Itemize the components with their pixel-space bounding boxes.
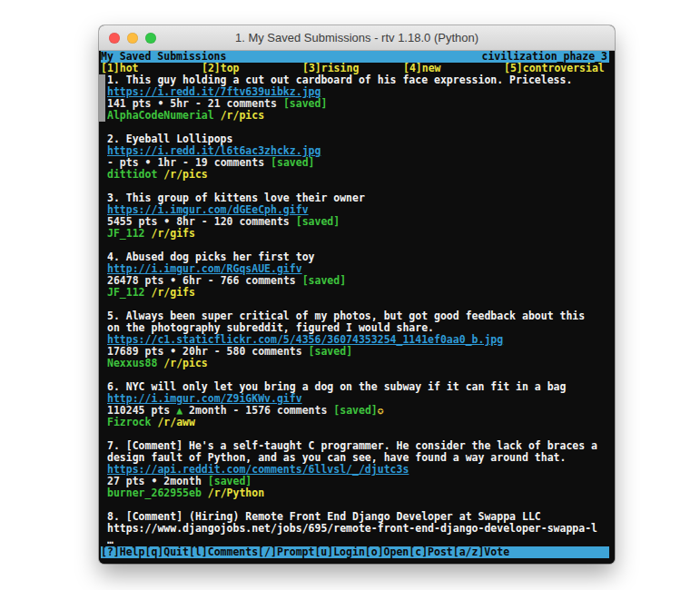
submission-item[interactable]: 3. This group of kittens love their owne… bbox=[101, 192, 615, 240]
byline: dittidot /r/pics bbox=[107, 169, 615, 181]
submission-item[interactable]: 6. NYC will only let you bring a dog on … bbox=[101, 381, 615, 428]
footer-shortcut[interactable]: [/]Prompt bbox=[258, 546, 314, 558]
saved-badge: [saved] bbox=[333, 405, 377, 417]
author-name: JF_112 bbox=[107, 228, 145, 240]
score-text: 110245 pts bbox=[107, 405, 176, 417]
submission-stats: 110245 pts ▲ 2month - 1576 comments [sav… bbox=[107, 405, 615, 417]
score-text: - pts bbox=[107, 157, 145, 169]
byline: AlphaCodeNumerial /r/pics bbox=[107, 110, 615, 122]
saved-badge: [saved] bbox=[302, 275, 346, 287]
subreddit-name: /r/pics bbox=[163, 358, 207, 369]
submission-stats: - pts • 1hr - 19 comments [saved] bbox=[107, 157, 615, 169]
saved-badge: [saved] bbox=[208, 476, 251, 487]
score-text: 17689 pts bbox=[107, 346, 170, 358]
footer-shortcut[interactable]: [a/z]Vote bbox=[453, 546, 509, 558]
age-comments-text: 20hr - 580 comments bbox=[176, 346, 308, 358]
submission-url[interactable]: https://i.redd.it/7ftv639uibkz.jpg bbox=[107, 86, 320, 98]
url-line: https://c1.staticflickr.com/5/4356/36074… bbox=[107, 334, 615, 346]
shortcut-footer-bar: [?]Help [q]Quit [l]Comments [/]Prompt [u… bbox=[101, 546, 609, 558]
byline: burner_262955eb /r/Python bbox=[107, 487, 615, 499]
subreddit-name: /r/Python bbox=[208, 487, 264, 499]
submission-item[interactable]: 4. Abused dog picks her first toyhttp://… bbox=[101, 251, 615, 299]
submission-item[interactable]: 8. [Comment] (Hiring) Remote Front End D… bbox=[101, 511, 615, 546]
saved-badge: [saved] bbox=[309, 346, 352, 358]
author-name: Fizrock bbox=[107, 417, 151, 428]
submission-title: 8. [Comment] (Hiring) Remote Front End D… bbox=[107, 511, 615, 523]
byline: JF_112 /r/gifs bbox=[107, 228, 615, 240]
footer-shortcut[interactable]: [?]Help bbox=[101, 546, 144, 558]
url-line: http://i.imgur.com/RGqsAUE.gifv bbox=[107, 263, 615, 275]
saved-badge: [saved] bbox=[271, 157, 314, 169]
byline: Nexxus88 /r/pics bbox=[107, 358, 615, 369]
submission-title: on the photography subreddit, figured I … bbox=[107, 322, 615, 334]
age-comments-text: 2month bbox=[157, 476, 207, 487]
window-title: 1. My Saved Submissions - rtv 1.18.0 (Py… bbox=[235, 31, 478, 44]
footer-shortcut[interactable]: [o]Open bbox=[365, 546, 409, 558]
minimize-button[interactable] bbox=[127, 33, 138, 44]
terminal-screen: My Saved Submissions civilization_phaze_… bbox=[99, 51, 615, 564]
tab-hot[interactable]: [1]hot bbox=[101, 63, 202, 74]
score-text: 26478 pts bbox=[107, 275, 170, 287]
saved-badge: [saved] bbox=[296, 216, 340, 228]
footer-shortcut[interactable]: [q]Quit bbox=[144, 546, 188, 558]
submission-title: 7. [Comment] He's a self-taught C progra… bbox=[107, 440, 615, 452]
submission-title: 1. This guy holding a cut out cardboard … bbox=[107, 74, 615, 86]
author-name: JF_112 bbox=[107, 287, 145, 299]
author-name: Nexxus88 bbox=[107, 358, 157, 369]
submission-url[interactable]: https://i.imgur.com/dGEeCph.gifv bbox=[107, 204, 309, 216]
submission-list: 1. This guy holding a cut out cardboard … bbox=[101, 74, 615, 546]
url-line: http://i.imgur.com/Z9iGKWv.gifv bbox=[107, 393, 615, 405]
age-comments-text: 2month - 1576 comments bbox=[182, 405, 333, 417]
byline: Fizrock /r/aww bbox=[107, 417, 615, 428]
tab-new[interactable]: [4]new bbox=[403, 63, 504, 74]
submission-title: design fault of Python, and as you can s… bbox=[107, 452, 615, 464]
app-window: 1. My Saved Submissions - rtv 1.18.0 (Py… bbox=[99, 25, 615, 564]
submission-item[interactable]: 7. [Comment] He's a self-taught C progra… bbox=[101, 440, 615, 499]
url-line: https://i.imgur.com/dGEeCph.gifv bbox=[107, 204, 615, 216]
age-comments-text: 8hr - 120 comments bbox=[170, 216, 295, 228]
saved-badge: [saved] bbox=[283, 98, 327, 110]
submission-url[interactable]: https://api.reddit.com/comments/6llvsl/_… bbox=[107, 464, 409, 476]
sort-tabs: [1]hot [2]top [3]rising [4]new [5]contro… bbox=[101, 63, 615, 74]
footer-shortcut[interactable]: [c]Post bbox=[409, 546, 452, 558]
tab-rising[interactable]: [3]rising bbox=[302, 63, 403, 74]
window-titlebar[interactable]: 1. My Saved Submissions - rtv 1.18.0 (Py… bbox=[99, 25, 615, 51]
score-text: 27 pts bbox=[107, 476, 151, 487]
submission-item[interactable]: 5. Always been super critical of my phot… bbox=[101, 310, 615, 369]
subreddit-name: /r/gifs bbox=[151, 287, 194, 299]
footer-shortcut[interactable]: [l]Comments bbox=[189, 546, 258, 558]
submission-stats: 141 pts • 5hr - 21 comments [saved] bbox=[107, 98, 615, 110]
gilded-icon: ✪ bbox=[378, 405, 384, 417]
submission-stats: 17689 pts • 20hr - 580 comments [saved] bbox=[107, 346, 615, 358]
submission-url[interactable]: https://i.redd.it/l6t6ac3zhckz.jpg bbox=[107, 145, 320, 157]
subreddit-name: /r/pics bbox=[163, 169, 207, 181]
tab-controversial[interactable]: [5]controversial bbox=[504, 63, 615, 74]
author-name: burner_262955eb bbox=[107, 487, 202, 499]
submission-item[interactable]: 2. Eyeball Lollipopshttps://i.redd.it/l6… bbox=[101, 133, 615, 181]
subreddit-name: /r/aww bbox=[157, 417, 195, 428]
subreddit-name: /r/gifs bbox=[151, 228, 194, 240]
submission-item[interactable]: 1. This guy holding a cut out cardboard … bbox=[101, 74, 615, 122]
close-button[interactable] bbox=[109, 33, 120, 44]
submission-stats: 26478 pts • 6hr - 766 comments [saved] bbox=[107, 275, 615, 287]
age-comments-text: 1hr - 19 comments bbox=[151, 157, 271, 169]
zoom-button[interactable] bbox=[145, 33, 156, 44]
submission-url[interactable]: http://i.imgur.com/RGqsAUE.gifv bbox=[107, 263, 302, 275]
traffic-lights bbox=[109, 25, 156, 50]
url-line: https://i.redd.it/7ftv639uibkz.jpg bbox=[107, 86, 615, 98]
footer-shortcut[interactable]: [u]Login bbox=[314, 546, 364, 558]
author-name: AlphaCodeNumerial bbox=[107, 110, 214, 122]
score-text: 141 pts bbox=[107, 98, 157, 110]
submission-stats: 5455 pts • 8hr - 120 comments [saved] bbox=[107, 216, 615, 228]
truncation-ellipsis: … bbox=[107, 535, 615, 546]
url-line: https://i.redd.it/l6t6ac3zhckz.jpg bbox=[107, 145, 615, 157]
submission-url[interactable]: https://c1.staticflickr.com/5/4356/36074… bbox=[107, 334, 503, 346]
submission-title: 2. Eyeball Lollipops bbox=[107, 133, 615, 145]
submission-title: 3. This group of kittens love their owne… bbox=[107, 192, 615, 204]
submission-url[interactable]: http://i.imgur.com/Z9iGKWv.gifv bbox=[107, 393, 302, 405]
age-comments-text: 5hr - 21 comments bbox=[163, 98, 283, 110]
submission-title: 5. Always been super critical of my phot… bbox=[107, 310, 615, 322]
author-name: dittidot bbox=[107, 169, 157, 181]
tab-top[interactable]: [2]top bbox=[202, 63, 302, 74]
url-line: https://api.reddit.com/comments/6llvsl/_… bbox=[107, 464, 615, 476]
